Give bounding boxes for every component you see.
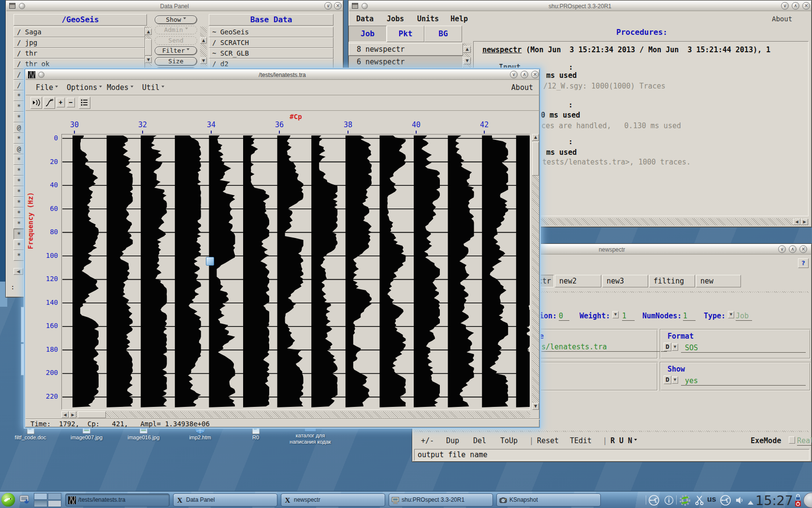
minimize-button[interactable]: ∨	[778, 245, 786, 253]
desktop-pager[interactable]	[34, 493, 62, 508]
scroll-thumb[interactable]	[78, 411, 106, 418]
maximize-button[interactable]: ∧	[792, 2, 799, 10]
exemode-value[interactable]: Real	[797, 436, 812, 446]
klipper-scissors-icon[interactable]	[695, 495, 704, 508]
tray-expand-icon[interactable]	[747, 498, 754, 507]
dup-button[interactable]: Dup	[446, 435, 459, 446]
show-desktop-button[interactable]	[18, 493, 31, 506]
output-file-field[interactable]: output file name	[414, 449, 810, 461]
scroll-left-icon[interactable]: ◀	[793, 219, 800, 225]
clock[interactable]: 15:27	[755, 493, 794, 508]
tab-pkt[interactable]: Pkt	[387, 26, 424, 42]
menu-modes[interactable]: Modes	[107, 83, 133, 92]
list-item[interactable]: / thr	[14, 48, 145, 59]
minimize-button[interactable]: ∨	[510, 71, 518, 78]
type-value[interactable]: Job	[736, 312, 752, 321]
format-d-button[interactable]: D	[664, 343, 671, 351]
tab-bg[interactable]: BG	[424, 26, 462, 42]
menu-file[interactable]: File	[36, 83, 58, 92]
scroll-up-icon[interactable]: ▲	[145, 29, 152, 35]
menu-options[interactable]: Options	[67, 83, 102, 92]
tab-new3[interactable]: new3	[602, 275, 648, 287]
usb-storage-icon[interactable]	[720, 494, 731, 508]
volume-speaker-icon[interactable]	[735, 496, 744, 507]
menu-about[interactable]: About	[772, 14, 792, 24]
pager-desktop-3[interactable]	[34, 500, 47, 507]
show-dropdown-icon[interactable]: ▼	[672, 376, 678, 384]
data-panel-titlebar[interactable]: Data Panel ∨ ×	[6, 1, 343, 11]
scroll-thumb[interactable]	[532, 142, 539, 176]
list-item[interactable]: / Saga	[14, 27, 145, 37]
wave-tool-button[interactable]	[30, 97, 42, 109]
menu-help[interactable]: Help	[450, 14, 468, 24]
numnodes-value[interactable]: 1	[683, 312, 696, 321]
keyboard-layout-indicator[interactable]: us	[707, 495, 716, 504]
maximize-button[interactable]: ∧	[521, 71, 528, 78]
scroll-thumb[interactable]	[145, 39, 152, 56]
close-button[interactable]: ×	[802, 2, 810, 10]
format-value[interactable]: SOS	[681, 344, 806, 353]
show-d-button[interactable]: D	[664, 375, 671, 384]
list-item[interactable]: / SCRATCH	[209, 37, 334, 48]
close-button[interactable]: ×	[531, 71, 539, 78]
start-menu-button[interactable]	[1, 493, 15, 507]
size-button[interactable]: Size	[155, 57, 197, 66]
scroll-up-icon[interactable]: ▲	[532, 134, 539, 141]
list-item[interactable]: / thr_ok	[14, 59, 145, 69]
prospect-titlebar[interactable]: shu:PROspect 3.3-20R1 ∨ ∧ ×	[349, 1, 811, 11]
pager-desktop-2[interactable]	[48, 493, 61, 500]
taskbar-task-prospect[interactable]: shu:PROspect 3.3-20R1	[389, 493, 493, 507]
list-item[interactable]: ~ SCR_GLB	[209, 48, 334, 59]
help-icon-button[interactable]: ?	[798, 258, 809, 268]
scroll-left-icon[interactable]: ◀	[61, 411, 69, 418]
minimize-button[interactable]: ∨	[781, 2, 789, 10]
filter-button[interactable]: Filter	[155, 46, 197, 55]
param-value[interactable]: 0	[559, 312, 569, 321]
type-dropdown-icon[interactable]: ▼	[728, 311, 734, 318]
run-button[interactable]: R U N	[610, 435, 637, 446]
menu-data[interactable]: Data	[356, 14, 374, 24]
list-item[interactable]: / jpg	[14, 37, 145, 48]
tab-filting[interactable]: filting	[649, 275, 695, 287]
file-value[interactable]: s/lenatests.tra	[541, 343, 667, 352]
show-value[interactable]: yes	[681, 376, 806, 386]
tedit-button[interactable]: TEdit	[570, 435, 592, 446]
menu-about[interactable]: About	[511, 83, 533, 92]
scroll-down-icon[interactable]: ▼	[464, 58, 471, 64]
scroll-down-icon[interactable]: ▼	[200, 58, 207, 64]
usb-device-icon[interactable]	[648, 494, 660, 508]
close-button[interactable]: ×	[799, 245, 807, 253]
pager-desktop-1[interactable]	[34, 493, 47, 500]
job-list-item[interactable]: 8 newspectr	[348, 43, 463, 56]
show-button[interactable]: Show	[155, 15, 197, 24]
list-item[interactable]: / d2	[209, 59, 334, 69]
tab-new[interactable]: new	[696, 275, 741, 287]
zoom-in-button[interactable]: +	[57, 98, 65, 107]
tab-job[interactable]: Job	[348, 26, 387, 42]
menu-units[interactable]: Units	[417, 14, 439, 24]
del-button[interactable]: Del	[473, 435, 486, 446]
scroll-right-icon[interactable]: ▶	[801, 219, 808, 225]
reset-button[interactable]: Reset	[537, 435, 559, 446]
format-dropdown-icon[interactable]: ▼	[672, 344, 678, 351]
menu-jobs[interactable]: Jobs	[387, 14, 404, 24]
scroll-up-icon[interactable]: ▲	[464, 46, 471, 53]
pick-tool-button[interactable]	[44, 97, 55, 109]
menu-util[interactable]: Util	[142, 83, 164, 92]
scroll-up-icon[interactable]: ▲	[200, 37, 207, 44]
close-button[interactable]: ×	[334, 2, 342, 10]
list-tool-button[interactable]	[79, 97, 90, 109]
scrollbar-vertical[interactable]: ▲ ▼	[532, 134, 539, 410]
info-icon[interactable]	[664, 495, 674, 507]
scroll-right-icon[interactable]: ▶	[69, 411, 76, 418]
taskbar-task-newspectr[interactable]: X newspectr	[281, 493, 385, 507]
updates-gear-icon[interactable]	[679, 494, 691, 508]
exemode-dropdown-icon[interactable]	[789, 436, 795, 444]
tab-new2[interactable]: new2	[555, 275, 601, 287]
panel-edge-widget[interactable]	[803, 493, 812, 508]
scrollbar-horizontal[interactable]: ◀ ▶	[61, 411, 530, 418]
maximize-button[interactable]: ∧	[789, 245, 797, 253]
minimize-button[interactable]: ∨	[324, 2, 332, 10]
taskbar-task-ksnapshot[interactable]: KSnapshot	[496, 493, 601, 507]
plusminus-button[interactable]: +/-	[421, 435, 434, 446]
